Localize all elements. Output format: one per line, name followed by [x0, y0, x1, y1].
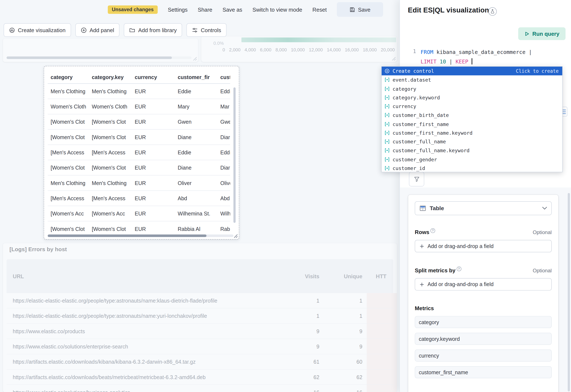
field-icon [385, 113, 389, 118]
x-axis-tick-label: 16,000 [345, 47, 359, 52]
split-metrics-add-field-button[interactable]: Add or drag-and-drop a field [415, 278, 552, 291]
save-icon [350, 7, 355, 12]
run-query-button[interactable]: Run query [518, 27, 566, 40]
save-button[interactable]: Save [337, 2, 383, 17]
metric-field-label: category [419, 319, 439, 325]
table-row: https://artifacts.elastic.co/downloads/b… [7, 370, 393, 385]
unsaved-changes-badge: Unsaved changes [108, 5, 158, 14]
x-axis-tick-label: 8,000 [275, 47, 287, 52]
suggestion-label: event.dataset [393, 77, 431, 83]
cell-url: https://artifacts.elastic.co/downloads/k… [13, 359, 196, 365]
cell-category-key: [Men's Access [89, 150, 132, 155]
help-icon: ? [430, 228, 435, 233]
horizontal-scrollbar[interactable] [7, 56, 192, 59]
cell-first-name: Mary [175, 104, 217, 110]
suggestion-hint: Click to create [516, 68, 558, 74]
suggestion-field-item[interactable]: currency [382, 102, 562, 111]
column-header-http: HTT [376, 273, 392, 279]
cell-unique: 1 [359, 313, 362, 319]
cell-visits: 1 [316, 313, 319, 319]
cell-full-name: Olive [217, 180, 230, 186]
cell-first-name: Eddie [175, 150, 217, 155]
top-menu-item[interactable]: Settings [168, 6, 187, 13]
field-icon [385, 157, 389, 162]
top-menu-item[interactable]: Reset [312, 6, 327, 13]
cell-full-name: Abd [217, 195, 230, 201]
suggestion-field-item[interactable]: event.dataset [382, 75, 562, 84]
controls-button[interactable]: Controls [186, 23, 227, 37]
flyout-scrollbar[interactable] [568, 193, 570, 391]
create-visualization-button[interactable]: Create visualization [4, 23, 71, 37]
metric-field-pill[interactable]: customer_first_name [415, 366, 552, 378]
create-control-icon [385, 69, 389, 74]
resize-handle-icon[interactable] [193, 57, 197, 61]
top-menu-item[interactable]: Save as [222, 6, 242, 13]
suggestion-field-item[interactable]: category.keyword [382, 93, 562, 102]
column-header-visits: Visits [305, 273, 319, 279]
logs-table-header: URL Visits Unique HTT [7, 259, 393, 293]
cell-full-name: Diar [217, 165, 230, 171]
table-row: https://www.elastic.co/solutions/enterpr… [7, 339, 393, 354]
metric-field-pill[interactable]: currency [415, 350, 552, 362]
x-axis-tick-label: 10,000 [291, 47, 305, 52]
cell-category: [Women's Clot [48, 134, 89, 140]
plus-icon [420, 244, 424, 248]
chart-x-axis: 02,0004,0006,0008,00010,00012,00014,0001… [222, 47, 395, 52]
funnel-icon [414, 176, 419, 182]
top-menu-item[interactable]: Share [198, 6, 212, 13]
cell-category: [Men's Access [48, 150, 89, 155]
code-line-1: FROM kibana_sample_data_ecommerce | [421, 48, 532, 57]
column-header-url: URL [13, 273, 24, 279]
suggestion-label: category [393, 86, 416, 92]
cell-currency: EUR [132, 134, 175, 140]
rows-section-header: Rows? Optional [415, 229, 552, 235]
resize-handle-icon[interactable] [234, 234, 238, 238]
cell-visits: 62 [314, 374, 319, 380]
suggestion-field-item[interactable]: customer_first_name.keyword [382, 128, 562, 137]
chart-type-selector[interactable]: Table [415, 201, 552, 215]
suggestion-field-item[interactable]: customer_gender [382, 155, 562, 164]
add-panel-button[interactable]: Add panel [75, 23, 119, 37]
esql-code-editor[interactable]: FROM kibana_sample_data_ecommerce | LIMI… [421, 48, 532, 66]
x-axis-tick-label: 12,000 [309, 47, 323, 52]
editor-filter-button[interactable] [409, 172, 424, 186]
cell-full-name: Gwe [217, 119, 230, 125]
panel-esql-table-selected[interactable]: category category.key currency customer_… [44, 66, 239, 239]
cell-first-name: Gwen [175, 119, 217, 125]
suggestion-field-item[interactable]: customer_full_name.keyword [382, 146, 562, 155]
cell-category-key: Men's Clothing [89, 88, 132, 94]
lens-icon [9, 27, 15, 33]
horizontal-scrollbar[interactable] [48, 235, 233, 237]
table-chart-icon [420, 205, 426, 211]
cell-full-name: Diar [217, 134, 230, 140]
visualization-config-card: Table Rows? Optional Add or drag-and-dro… [408, 195, 558, 392]
metric-field-pill[interactable]: category.keyword [415, 333, 552, 345]
suggestion-field-item[interactable]: customer_birth_date [382, 111, 562, 120]
cell-url: https://www.elastic.co/products [13, 328, 85, 334]
field-icon [385, 104, 389, 109]
top-menu-item[interactable]: Switch to view mode [253, 6, 302, 13]
cell-category: [Women's Acc [48, 210, 89, 217]
edit-esql-flyout: Edit ES|QL visualization Run query 1 FRO… [400, 0, 571, 392]
cell-category-key: [Women's Clot [89, 134, 132, 140]
table-header-row: category category.key currency customer_… [48, 71, 230, 84]
vertical-scrollbar[interactable] [233, 87, 236, 223]
suggestion-create-control[interactable]: Create control Click to create [382, 67, 562, 75]
cell-visits: 9 [316, 344, 319, 350]
cell-unique: 1 [359, 298, 362, 304]
suggestion-field-item[interactable]: customer_id [382, 164, 562, 172]
add-from-library-button[interactable]: Add from library [124, 23, 182, 37]
plus-icon [420, 282, 424, 287]
table-row: https://www.elastic.co/solutions/busines… [7, 385, 393, 392]
cell-currency: EUR [132, 195, 175, 201]
suggestion-field-item[interactable]: category [382, 84, 562, 93]
table-row: [Men's Access [Men's Access EUR Abd Abd [48, 191, 230, 206]
metric-field-pill[interactable]: category [415, 316, 552, 328]
rows-add-field-button[interactable]: Add or drag-and-drop a field [415, 240, 552, 252]
token-from: FROM [421, 49, 433, 55]
optional-label: Optional [533, 229, 552, 235]
resize-handle-icon[interactable] [392, 57, 396, 61]
cell-category: Men's Clothing [48, 88, 89, 94]
suggestion-field-item[interactable]: customer_first_name [382, 120, 562, 128]
suggestion-field-item[interactable]: customer_full_name [382, 137, 562, 146]
